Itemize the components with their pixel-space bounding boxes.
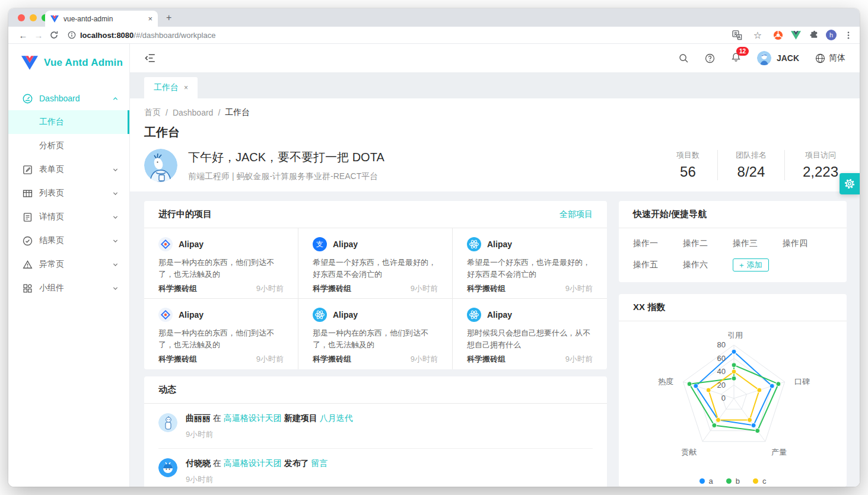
menu-fold-icon[interactable] — [144, 52, 156, 64]
feed-group-link[interactable]: 高逼格设计天团 — [224, 458, 282, 468]
browser-window: vue-antd-admin × + ← → localhost:8080/#/… — [8, 8, 860, 487]
feed-action: 新建项目 — [284, 413, 317, 423]
project-desc: 希望是一个好东西，也许是最好的，好东西是不会消亡的 — [467, 257, 593, 280]
feed-avatar — [158, 413, 177, 432]
svg-text:产量: 产量 — [771, 448, 787, 456]
antdesign-icon — [158, 308, 173, 322]
feed-item: 曲丽丽 在 高逼格设计天团 新建项目 八月迭代 9小时前 — [158, 404, 593, 449]
quick-link[interactable]: 操作五 — [633, 260, 683, 270]
project-group[interactable]: 科学搬砖组 — [467, 283, 505, 294]
feed-target-link[interactable]: 留言 — [311, 458, 328, 468]
language-switcher[interactable]: 简体 — [815, 53, 845, 63]
project-group[interactable]: 科学搬砖组 — [467, 354, 505, 365]
all-projects-link[interactable]: 全部项目 — [559, 209, 593, 220]
browser-tab[interactable]: vue-antd-admin × — [45, 11, 158, 27]
extensions-puzzle-icon[interactable] — [809, 30, 818, 40]
project-name: Alipay — [179, 239, 204, 249]
profile-icon — [23, 212, 33, 222]
feed-time: 9小时前 — [186, 474, 328, 485]
stat-projects: 项目数 56 — [659, 150, 717, 180]
svg-text:口碑: 口碑 — [794, 377, 810, 386]
sidebar-item-workplace[interactable]: 工作台 — [8, 110, 129, 134]
project-group[interactable]: 科学搬砖组 — [158, 354, 197, 365]
help-circle-icon[interactable] — [705, 53, 715, 63]
sidebar-item-widgets[interactable]: 小组件 — [8, 276, 129, 300]
browser-menu-kebab-icon[interactable] — [844, 31, 853, 40]
sidebar-item-details[interactable]: 详情页 — [8, 205, 129, 229]
extension-vue-icon[interactable] — [791, 31, 801, 40]
project-card[interactable]: 支 Alipay 希望是一个好东西，也许是最好的，好东西是不会消亡的 科学搬砖组… — [298, 228, 453, 299]
legend-item[interactable]: c — [753, 477, 767, 486]
project-group[interactable]: 科学搬砖组 — [313, 354, 351, 365]
close-window-button[interactable] — [18, 14, 25, 21]
project-card[interactable]: Alipay 希望是一个好东西，也许是最好的，好东西是不会消亡的 科学搬砖组 9… — [453, 228, 607, 299]
greeting-section: 下午好，JACK，要不要打一把 DOTA 前端工程师 | 蚂蚁金服-计算服务事业… — [144, 149, 845, 182]
projects-grid: Alipay 那是一种内在的东西，他们到达不了，也无法触及的 科学搬砖组 9小时… — [144, 228, 607, 369]
search-icon[interactable] — [679, 53, 689, 63]
sidebar-item-dashboard[interactable]: Dashboard — [8, 87, 129, 110]
bookmark-star-icon[interactable]: ☆ — [750, 30, 765, 41]
tab-close-icon[interactable]: × — [148, 15, 152, 23]
notifications-button[interactable]: 12 — [731, 52, 741, 65]
sidebar-item-lists[interactable]: 列表页 — [8, 181, 129, 205]
vue-favicon — [50, 15, 59, 23]
project-group[interactable]: 科学搬砖组 — [313, 283, 351, 294]
stat-visits: 项目访问 2,223 — [784, 150, 845, 180]
project-group[interactable]: 科学搬砖组 — [158, 283, 197, 294]
stat-label: 团队排名 — [736, 150, 767, 161]
legend-item[interactable]: b — [726, 477, 740, 486]
user-avatar — [757, 51, 771, 65]
sidebar-item-forms[interactable]: 表单页 — [8, 158, 129, 181]
breadcrumb-dashboard[interactable]: Dashboard — [173, 108, 214, 117]
quick-link[interactable]: 操作三 — [733, 238, 783, 249]
stat-label: 项目访问 — [803, 150, 838, 161]
project-card[interactable]: Alipay 那是一种内在的东西，他们到达不了，也无法触及的 科学搬砖组 9小时… — [298, 299, 453, 369]
sidebar-item-exceptions[interactable]: 异常页 — [8, 253, 129, 276]
add-button[interactable]: +添加 — [733, 258, 769, 272]
chevron-down-icon — [112, 261, 119, 268]
minimize-window-button[interactable] — [30, 14, 37, 21]
legend-item[interactable]: a — [700, 477, 713, 486]
address-bar[interactable]: localhost:8080/#/dashboard/workplace — [68, 31, 215, 40]
breadcrumb-separator: / — [218, 108, 220, 117]
new-tab-button[interactable]: + — [166, 13, 171, 23]
settings-gear-button[interactable] — [840, 173, 860, 194]
project-desc: 那是一种内在的东西，他们到达不了，也无法触及的 — [158, 257, 284, 280]
app-logo[interactable]: Vue Antd Admin — [8, 44, 129, 78]
sidebar-item-label: 工作台 — [39, 117, 64, 127]
feed-user[interactable]: 付晓晓 — [186, 458, 211, 468]
chrome-tab-strip: vue-antd-admin × + — [8, 8, 860, 27]
site-info-icon[interactable] — [68, 31, 76, 39]
breadcrumb-home[interactable]: 首页 — [144, 107, 161, 118]
sidebar-item-label: 异常页 — [39, 259, 112, 270]
sidebar-item-label: 详情页 — [39, 212, 112, 222]
quick-link[interactable]: 操作一 — [633, 238, 683, 249]
back-icon[interactable]: ← — [15, 30, 31, 40]
project-card[interactable]: Alipay 那是一种内在的东西，他们到达不了，也无法触及的 科学搬砖组 9小时… — [144, 299, 298, 369]
feed-user[interactable]: 曲丽丽 — [186, 413, 211, 423]
browser-profile-avatar[interactable]: h — [826, 30, 837, 40]
feed-group-link[interactable]: 高逼格设计天团 — [224, 413, 282, 423]
content-area: 进行中的项目 全部项目 Alipay — [130, 191, 860, 487]
quick-link[interactable]: 操作二 — [683, 238, 733, 249]
legend-dot-icon — [700, 478, 705, 484]
project-card[interactable]: Alipay 那是一种内在的东西，他们到达不了，也无法触及的 科学搬砖组 9小时… — [144, 228, 298, 299]
content-right-column: 快速开始/便捷导航 操作一 操作二 操作三 操作四 操作五 操作六 +添加 — [619, 201, 847, 487]
reload-icon[interactable] — [46, 30, 62, 40]
sidebar-item-analysis[interactable]: 分析页 — [8, 134, 129, 158]
chevron-down-icon — [112, 238, 119, 244]
user-menu[interactable]: JACK — [757, 51, 799, 65]
radar-legend[interactable]: abc — [619, 473, 847, 487]
translate-icon[interactable] — [732, 30, 742, 40]
breadcrumb-current: 工作台 — [225, 107, 250, 118]
quick-link[interactable]: 操作四 — [783, 238, 832, 249]
feed-target-link[interactable]: 八月迭代 — [320, 413, 353, 423]
header-actions: 12 JACK — [679, 51, 845, 65]
project-card[interactable]: Alipay 那时候我只会想自己想要什么，从不想自己拥有什么 科学搬砖组 9小时… — [453, 299, 607, 369]
tab-close-icon[interactable]: × — [184, 84, 188, 92]
quick-link[interactable]: 操作六 — [683, 260, 733, 270]
add-button-label: 添加 — [747, 260, 762, 270]
extension-orange-icon[interactable] — [773, 30, 783, 40]
sidebar-item-results[interactable]: 结果页 — [8, 229, 129, 253]
page-tab-workplace[interactable]: 工作台 × — [144, 77, 198, 98]
